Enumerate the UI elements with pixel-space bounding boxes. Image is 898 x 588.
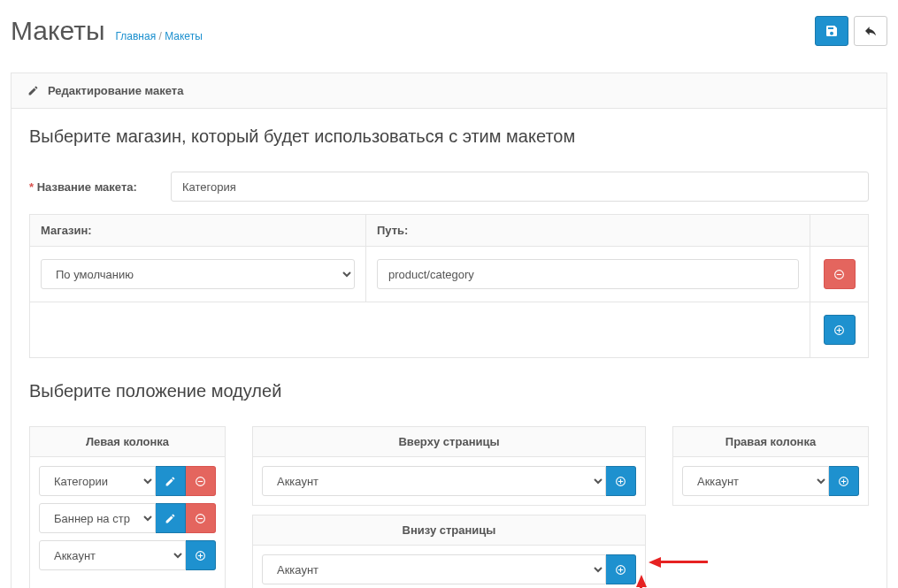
right-column-panel: Правая колонка Аккаунт [672, 426, 869, 506]
svg-rect-4 [837, 329, 841, 330]
positions-section-title: Выберите положение модулей [29, 381, 869, 401]
left-module-select-1[interactable]: Баннер на страниц [39, 503, 156, 533]
bottom-module-select-0[interactable]: Аккаунт [262, 554, 606, 584]
left-row-2: Аккаунт [39, 540, 216, 570]
panel-heading-text: Редактирование макета [48, 84, 183, 97]
content-top-heading: Вверху страницы [253, 427, 645, 457]
route-table: Магазин: Путь: По умолчанию [29, 214, 869, 358]
breadcrumb-home[interactable]: Главная [115, 30, 156, 42]
minus-icon [195, 513, 206, 524]
header-actions [815, 16, 887, 46]
bottom-row-0: Аккаунт [262, 554, 636, 584]
page-header: Макеты Главная / Макеты [11, 16, 887, 55]
save-icon [825, 24, 839, 38]
reply-icon [863, 24, 878, 38]
right-module-select-0[interactable]: Аккаунт [682, 466, 829, 496]
store-section-title: Выберите магазин, который будет использо… [29, 126, 869, 147]
left-column-panel: Левая колонка Категории Баннер на страни… [29, 426, 226, 588]
right-row-0: Аккаунт [682, 466, 859, 496]
plus-icon [833, 325, 845, 336]
plus-icon [195, 550, 206, 561]
layout-name-label: * Название макета: [29, 180, 171, 194]
remove-module-button[interactable] [186, 466, 216, 496]
svg-rect-20 [841, 480, 846, 481]
left-module-select-0[interactable]: Категории [39, 466, 156, 496]
top-module-select-0[interactable]: Аккаунт [262, 466, 606, 496]
route-input[interactable] [377, 259, 799, 289]
route-header: Путь: [366, 215, 810, 247]
svg-rect-1 [837, 273, 841, 274]
content-bottom-heading: Внизу страницы [253, 515, 645, 546]
pencil-icon [27, 85, 39, 96]
breadcrumb-current[interactable]: Макеты [165, 30, 203, 42]
store-header: Магазин: [30, 215, 366, 247]
svg-rect-8 [198, 517, 203, 518]
remove-module-button[interactable] [186, 503, 216, 533]
main-panel: Редактирование макета Выберите магазин, … [11, 73, 887, 588]
save-button[interactable] [815, 16, 848, 46]
add-module-button[interactable] [606, 554, 636, 584]
content-top-panel: Вверху страницы Аккаунт [252, 426, 646, 506]
add-module-button[interactable] [606, 466, 636, 496]
right-column-heading: Правая колонка [673, 427, 868, 457]
store-select[interactable]: По умолчанию [41, 259, 355, 289]
panel-heading: Редактирование макета [12, 73, 886, 109]
add-module-button[interactable] [186, 540, 216, 570]
plus-icon [615, 476, 626, 487]
plus-icon [838, 476, 849, 487]
positions-wrap: Левая колонка Категории Баннер на страни… [29, 426, 869, 588]
minus-icon [833, 269, 845, 280]
svg-rect-17 [618, 569, 623, 569]
breadcrumb: Главная / Макеты [115, 30, 202, 42]
left-column-heading: Левая колонка [30, 427, 225, 457]
route-row: По умолчанию [30, 247, 869, 302]
content-bottom-panel: Внизу страницы Аккаунт [252, 515, 646, 588]
left-module-select-2[interactable]: Аккаунт [39, 540, 186, 570]
svg-rect-11 [198, 554, 203, 555]
add-module-button[interactable] [829, 466, 859, 496]
left-row-0: Категории [39, 466, 216, 496]
pencil-icon [165, 476, 176, 487]
minus-icon [195, 476, 206, 487]
svg-rect-6 [198, 480, 203, 481]
route-add-row [30, 302, 869, 358]
layout-name-input[interactable] [171, 172, 869, 202]
add-route-button[interactable] [824, 315, 856, 345]
left-row-1: Баннер на страниц [39, 503, 216, 533]
edit-module-button[interactable] [156, 503, 186, 533]
back-button[interactable] [854, 16, 887, 46]
annotation-arrow-h [659, 561, 708, 563]
page-title: Макеты [11, 16, 104, 46]
remove-route-button[interactable] [824, 259, 856, 289]
top-row-0: Аккаунт [262, 466, 636, 496]
plus-icon [615, 564, 626, 576]
title-block: Макеты Главная / Макеты [11, 16, 203, 46]
pencil-icon [165, 513, 176, 524]
edit-module-button[interactable] [156, 466, 186, 496]
center-column: Вверху страницы Аккаунт Внизу страницы А… [252, 426, 646, 588]
svg-rect-14 [618, 480, 623, 481]
panel-body: Выберите магазин, который будет использо… [12, 109, 886, 588]
layout-name-row: * Название макета: [29, 172, 869, 202]
